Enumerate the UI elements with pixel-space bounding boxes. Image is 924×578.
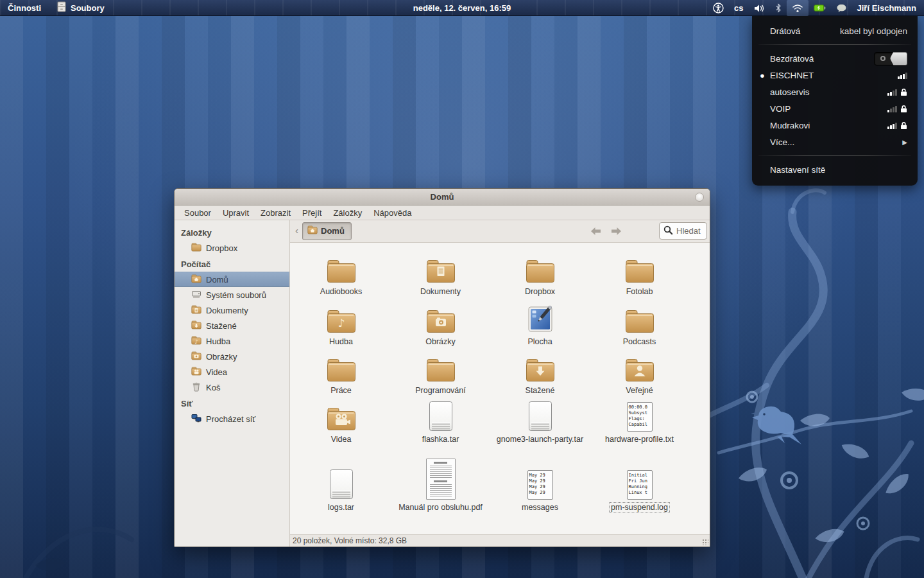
sidebar-item-label: Procházet síť (206, 414, 255, 424)
status-bar: 20 položek, Volné místo: 32,8 GB (290, 534, 710, 547)
sidebar-item-label: Dropbox (206, 243, 237, 253)
file-name-label: Podcasts (622, 337, 657, 347)
network-name: EISCHNET (770, 71, 814, 80)
file-name-label: Plocha (526, 337, 553, 347)
chat-status-icon[interactable] (831, 0, 852, 16)
top-bar: Činnosti Soubory neděle, 12. červen, 16:… (0, 0, 924, 16)
sidebar-item-label: Domů (206, 275, 228, 285)
sidebar-item-dokumenty[interactable]: Dokumenty (175, 302, 289, 318)
network-settings-item[interactable]: Nastavení sítě (752, 161, 918, 178)
pathbar-home-button[interactable]: Domů (302, 222, 352, 240)
file-name-label: Veřejné (624, 386, 654, 396)
file-name-label: Programování (414, 386, 467, 396)
folder-videos-icon (327, 401, 356, 432)
text-icon: Initial Fri Jun Running Linux t (627, 457, 653, 500)
more-networks-item[interactable]: Více... ▶ (752, 134, 918, 150)
sidebar-item-domu[interactable]: Domů (175, 272, 289, 287)
file-item[interactable]: Obrázky (391, 303, 490, 352)
search-button[interactable]: Hledat (659, 222, 707, 240)
wired-status: kabel byl odpojen (840, 26, 907, 36)
sidebar-item-label: Obrázky (206, 352, 237, 362)
folder-icon (327, 253, 356, 284)
folder-download-icon (526, 352, 555, 383)
file-item[interactable]: Plocha (490, 303, 590, 352)
menu-separator (758, 155, 911, 156)
file-item[interactable]: Dokumenty (391, 253, 490, 303)
wifi-network-item[interactable]: Mudrakovi (752, 117, 918, 134)
battery-icon[interactable] (809, 0, 831, 16)
window-title: Domů (431, 192, 454, 202)
menu-prejit[interactable]: Přejít (296, 207, 327, 219)
file-item[interactable]: Dropbox (490, 253, 590, 303)
file-name-label: messages (520, 503, 560, 512)
forward-button[interactable] (610, 226, 623, 236)
sidebar-item-systemsouboru[interactable]: Systém souborů (175, 287, 289, 302)
lock-icon (900, 88, 907, 96)
menu-zobrazit[interactable]: Zobrazit (255, 207, 296, 219)
folder-documents-icon (426, 253, 456, 284)
wifi-network-item[interactable]: ●EISCHNET (752, 67, 918, 83)
sidebar-item-label: Stažené (206, 321, 237, 331)
bluetooth-icon[interactable] (770, 0, 787, 16)
file-item[interactable]: ♪Hudba (291, 303, 391, 352)
file-item[interactable]: Manuál pro obsluhu.pdf (391, 457, 490, 534)
file-item[interactable]: Práce (291, 352, 391, 401)
sidebar-item-dropbox[interactable]: Dropbox (175, 240, 289, 256)
sidebar-item-label: Hudba (206, 337, 230, 346)
folder-download-icon (191, 320, 201, 332)
sidebar-section-header: Záložky (175, 224, 289, 240)
file-item[interactable]: Fotolab (590, 253, 689, 303)
menu-zalozky[interactable]: Záložky (327, 207, 368, 219)
desktop: Činnosti Soubory neděle, 12. červen, 16:… (0, 0, 924, 578)
folder-videos-icon (191, 366, 201, 378)
wireless-toggle-row[interactable]: Bezdrátová (752, 50, 918, 67)
wireless-toggle-switch[interactable] (874, 52, 907, 66)
back-button[interactable] (589, 226, 602, 236)
wifi-network-item[interactable]: VOIP (752, 100, 918, 117)
menu-upravit[interactable]: Upravit (217, 207, 255, 219)
file-item[interactable]: Initial Fri Jun Running Linux tpm-suspen… (590, 457, 689, 534)
user-menu[interactable]: Jiří Eischmann (852, 0, 921, 16)
file-item[interactable]: Programování (391, 352, 490, 401)
accessibility-icon[interactable] (708, 0, 729, 16)
file-item[interactable]: Podcasts (590, 303, 689, 352)
sidebar-item-obrazky[interactable]: Obrázky (175, 349, 289, 364)
file-name-label: gnome3-launch-party.tar (495, 435, 585, 444)
file-item[interactable]: Stažené (490, 352, 590, 401)
menu-napoveda[interactable]: Nápověda (368, 207, 417, 219)
file-name-label: hardware-profile.txt (604, 435, 675, 444)
file-item[interactable]: flashka.tar (391, 401, 490, 457)
keyboard-layout-indicator[interactable]: cs (729, 0, 748, 16)
home-folder-icon (307, 225, 318, 237)
close-button[interactable] (695, 193, 704, 202)
signal-strength-icon (887, 105, 897, 112)
volume-icon[interactable] (749, 0, 770, 16)
network-name: autoservis (770, 87, 810, 97)
resize-grip[interactable] (702, 539, 708, 545)
file-item[interactable]: gnome3-launch-party.tar (490, 401, 590, 457)
file-view: AudiobooksDokumentyDropboxFotolab♪HudbaO… (290, 243, 710, 534)
menu-soubor[interactable]: Soubor (178, 207, 217, 219)
file-name-label: Obrázky (424, 337, 457, 347)
sidebar-item-stazene[interactable]: Stažené (175, 318, 289, 333)
sidebar-item-hudba[interactable]: ♪Hudba (175, 333, 289, 349)
file-item[interactable]: 00:00.0 Subsyst Flags: Capabilhardware-p… (590, 401, 689, 457)
pathbar-chevron-icon[interactable]: ‹ (290, 225, 302, 237)
sidebar-item-prochazetsit[interactable]: Procházet síť (175, 411, 289, 426)
folder-icon (327, 352, 356, 383)
network-wifi-icon[interactable] (787, 0, 809, 16)
file-item[interactable]: Videa (291, 401, 391, 457)
wifi-network-item[interactable]: autoservis (752, 83, 918, 100)
status-text: 20 položek, Volné místo: 32,8 GB (293, 536, 407, 545)
file-name-label: Videa (330, 435, 353, 444)
text-icon: 00:00.0 Subsyst Flags: Capabil (627, 401, 653, 432)
file-item[interactable]: May 29 May 29 May 29 May 29messages (490, 457, 590, 534)
window-titlebar[interactable]: Domů (175, 189, 710, 206)
sidebar-item-kos[interactable]: Koš (175, 380, 289, 395)
file-item[interactable]: logs.tar (291, 457, 391, 534)
file-name-label: Manuál pro obsluhu.pdf (397, 503, 484, 512)
sidebar-item-videa[interactable]: Videa (175, 364, 289, 380)
sidebar-section-header: Síť (175, 395, 289, 411)
file-item[interactable]: Veřejné (590, 352, 689, 401)
file-item[interactable]: Audiobooks (291, 253, 391, 303)
